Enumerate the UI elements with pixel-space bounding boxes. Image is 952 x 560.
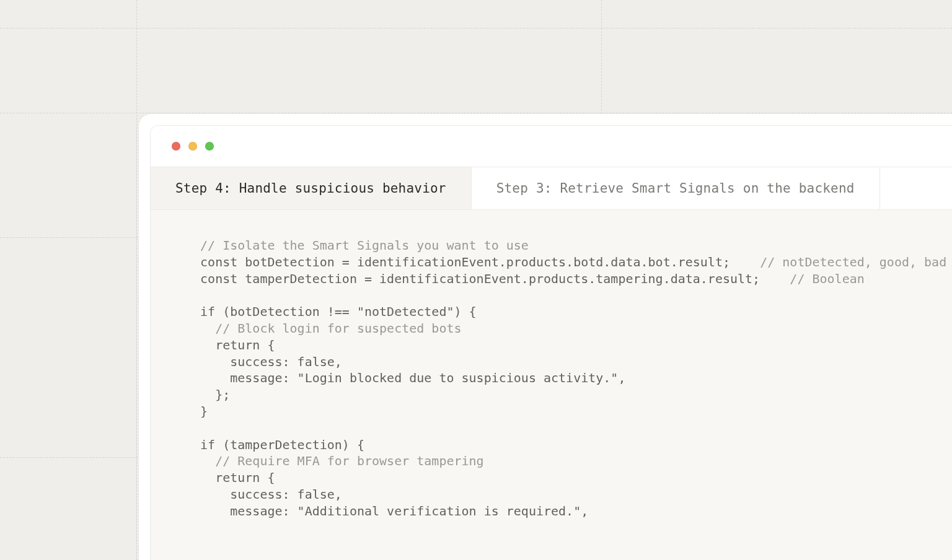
code-line: success: false,: [185, 487, 342, 502]
grid-line-v: [136, 0, 137, 560]
not-equal-operator: !==: [327, 304, 350, 319]
code-comment: // Block login for suspected bots: [185, 321, 462, 336]
tab-step-3[interactable]: Step 3: Retrieve Smart Signals on the ba…: [472, 167, 880, 209]
outer-window: Step 4: Handle suspicious behavior Step …: [139, 114, 952, 560]
code-line: success: false,: [185, 354, 342, 369]
code-line: return {: [185, 338, 275, 352]
code-line: }: [185, 404, 208, 419]
code-line: const tamperDetection = identificationEv…: [185, 271, 760, 286]
grid-line-h: [0, 28, 952, 28]
code-comment: // Boolean: [775, 271, 865, 286]
code-line: return {: [185, 470, 275, 485]
code-line: message: "Login blocked due to suspiciou…: [185, 370, 625, 385]
titlebar: [151, 126, 952, 167]
code-line: if (botDetection: [185, 304, 327, 319]
code-line: };: [185, 387, 230, 402]
grid-line-h: [0, 113, 952, 113]
tab-step-4[interactable]: Step 4: Handle suspicious behavior: [151, 167, 472, 209]
maximize-icon[interactable]: [205, 142, 214, 151]
code-comment: // notDetected, good, bad: [745, 255, 946, 269]
minimize-icon[interactable]: [188, 142, 197, 151]
code-line: "notDetected") {: [350, 304, 477, 319]
code-line: // Isolate the Smart Signals you want to…: [185, 238, 529, 253]
code-line: const botDetection = identificationEvent…: [185, 255, 730, 269]
editor-window: Step 4: Handle suspicious behavior Step …: [150, 125, 952, 560]
code-editor[interactable]: // Isolate the Smart Signals you want to…: [151, 210, 952, 560]
close-icon[interactable]: [172, 142, 180, 151]
code-line: if (tamperDetection) {: [185, 437, 364, 452]
tabs: Step 4: Handle suspicious behavior Step …: [151, 167, 952, 210]
code-comment: // Require MFA for browser tampering: [185, 453, 484, 468]
code-line: message: "Additional verification is req…: [185, 504, 588, 518]
